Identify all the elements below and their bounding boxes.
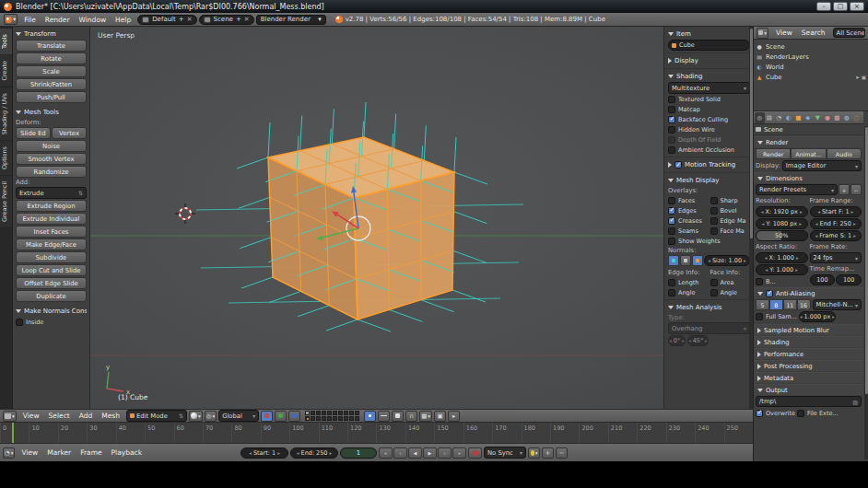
shelf-tab[interactable]: Shading / UVs (0, 87, 12, 141)
frame-end-field[interactable]: ◂End:250▸ (290, 447, 338, 459)
shading-option[interactable]: Depth Of Field (668, 134, 750, 145)
motion-tracking-panel-header[interactable]: Motion Tracking (668, 159, 750, 170)
outliner-item[interactable]: ● Scene ➤ ▣ (756, 41, 866, 52)
viewport-shading-dropdown[interactable]: ▾ (189, 411, 203, 422)
info-option[interactable]: Length (668, 277, 709, 287)
checkbox[interactable] (756, 313, 763, 320)
shelf-tab[interactable]: Options (0, 141, 12, 176)
shading-option[interactable]: Ambient Occlusion (668, 145, 750, 155)
tool-button[interactable]: Make Edge/Face (16, 238, 87, 250)
overlay-option[interactable]: Faces (668, 195, 709, 205)
checkbox[interactable] (668, 289, 675, 296)
layers-widget[interactable] (305, 411, 359, 421)
shading-panel-header[interactable]: Shading (668, 71, 750, 82)
playback-button[interactable]: ▶ (423, 447, 437, 459)
info-option[interactable]: Angle (710, 287, 751, 297)
checkbox[interactable] (710, 227, 718, 235)
checkbox[interactable] (710, 289, 718, 296)
normals-size-field[interactable]: ◂Size: 1.00▸ (704, 255, 750, 266)
aa-sample-button[interactable]: 8 (769, 299, 783, 310)
collapsed-panel-header[interactable]: Sampled Motion Blur (754, 324, 863, 335)
properties-tab-icon[interactable]: ◆ (803, 112, 814, 123)
render-action-button[interactable]: Animat... (791, 148, 826, 159)
shelf-tab[interactable]: Grease Pencil (0, 176, 12, 228)
overlay-option[interactable]: Creases (668, 215, 709, 226)
properties-tab-icon[interactable]: ◍ (842, 112, 852, 123)
minimize-button[interactable]: – (816, 2, 831, 11)
add-layout-icon[interactable]: + (179, 16, 184, 23)
checkbox[interactable] (668, 146, 675, 154)
playback-button[interactable]: ◀ (408, 447, 422, 459)
editor-type-button[interactable]: ▾ (3, 411, 17, 422)
menu-item[interactable]: Add (75, 412, 98, 420)
remove-preset-button[interactable]: − (850, 184, 862, 195)
checkbox[interactable] (756, 410, 763, 417)
outliner-item[interactable]: ◐ World ➤ ▣ (756, 62, 866, 72)
properties-tab-icon[interactable]: ▤ (765, 112, 775, 123)
output-panel-header[interactable]: Output (754, 384, 863, 395)
playback-button[interactable]: ‹ (393, 447, 407, 459)
tool-button[interactable]: Rotate (16, 52, 87, 64)
checkbox[interactable] (756, 278, 763, 285)
delete-keyframe-button[interactable]: − (556, 447, 568, 459)
face-normals-toggle[interactable] (692, 255, 703, 266)
viewport-canvas[interactable]: xy (90, 27, 663, 409)
tool-button[interactable]: Vertex (52, 127, 87, 139)
aa-sample-button[interactable]: 11 (783, 299, 797, 310)
close-button[interactable]: × (850, 2, 864, 11)
render-action-button[interactable]: Audio (827, 148, 862, 159)
editor-type-info-icon[interactable]: ▾ (4, 14, 18, 25)
sync-dropdown[interactable]: No Sync▾ (484, 447, 526, 459)
remap-old-field[interactable]: 100 (810, 274, 836, 285)
extrude-menu[interactable]: Extrude ⇅ (16, 187, 87, 199)
checkbox[interactable] (710, 279, 718, 286)
manipulator-rotate-toggle[interactable] (275, 411, 287, 422)
manipulator-scale-toggle[interactable] (288, 411, 300, 422)
folder-icon[interactable]: ▨ (852, 399, 858, 405)
frame-start-field[interactable]: ◂Start:1▸ (240, 447, 288, 459)
menu-item[interactable]: Select (44, 412, 75, 420)
menu-item[interactable]: Marker (42, 448, 76, 457)
current-frame-indicator[interactable] (12, 423, 14, 443)
checkbox[interactable] (668, 197, 675, 204)
tool-button[interactable]: Subdivide (16, 251, 87, 263)
file-extensions-checkbox[interactable]: File Exte... (797, 408, 839, 418)
tool-button[interactable]: Duplicate (16, 290, 87, 302)
info-option[interactable]: Area (710, 277, 751, 287)
tool-button[interactable]: Push/Pull (16, 91, 87, 103)
analysis-min-field[interactable]: ◂0°▸ (668, 335, 686, 346)
render-engine-dropdown[interactable]: Blender Render ▾ (256, 15, 326, 25)
mesh-tools-panel-header[interactable]: Mesh Tools (16, 107, 87, 118)
overwrite-checkbox[interactable]: Overwrite (756, 408, 795, 418)
render-panel-header[interactable]: Render (754, 136, 863, 147)
checkbox[interactable] (668, 217, 675, 225)
outliner-editor-type-button[interactable]: ▾ (757, 28, 768, 39)
checkbox[interactable] (668, 227, 675, 235)
timeline-ruler[interactable]: 0102030405060708090100110120130140150160… (0, 423, 753, 444)
transform-orientation-dropdown[interactable]: Global▾ (218, 410, 259, 422)
resolution-y-field[interactable]: ◂Y: 1080 px▸ (756, 218, 808, 229)
snap-element-dropdown[interactable]: ▦▾ (419, 411, 432, 422)
menu-item[interactable]: Help (111, 16, 135, 24)
npanel-scrollbar[interactable] (749, 27, 753, 409)
opengl-render-button[interactable]: ▣ (434, 411, 446, 422)
outliner-item[interactable]: ▤ RenderLayers ➤ ▣ (756, 52, 866, 62)
resolution-x-field[interactable]: ◂X: 1920 px▸ (756, 206, 808, 217)
frame-rate-dropdown[interactable]: 24 fps▾ (810, 252, 862, 263)
checkbox[interactable] (668, 106, 675, 113)
shelf-tab[interactable]: Create (0, 55, 12, 87)
outliner-filter-dropdown[interactable]: All Scenes (833, 28, 865, 38)
frame-step-field[interactable]: ◂Frame S: 1▸ (810, 230, 862, 241)
menu-item[interactable]: View (17, 448, 42, 457)
properties-tab-icon[interactable]: ▼ (813, 112, 823, 123)
render-display-dropdown[interactable]: Image Editor▾ (782, 160, 862, 171)
select-mode-face-button[interactable] (392, 411, 404, 422)
overlay-option[interactable]: Sharp (710, 195, 751, 205)
checkbox[interactable] (668, 279, 675, 286)
screen-layout-selector[interactable]: Default + ✕ (137, 15, 196, 25)
checkbox[interactable] (668, 238, 675, 245)
border-checkbox[interactable]: B... (756, 276, 808, 286)
mesh-analysis-panel-header[interactable]: Mesh Analysis (668, 302, 750, 313)
tool-button[interactable]: Randomize (16, 166, 87, 178)
properties-scrollbar[interactable] (864, 126, 868, 459)
